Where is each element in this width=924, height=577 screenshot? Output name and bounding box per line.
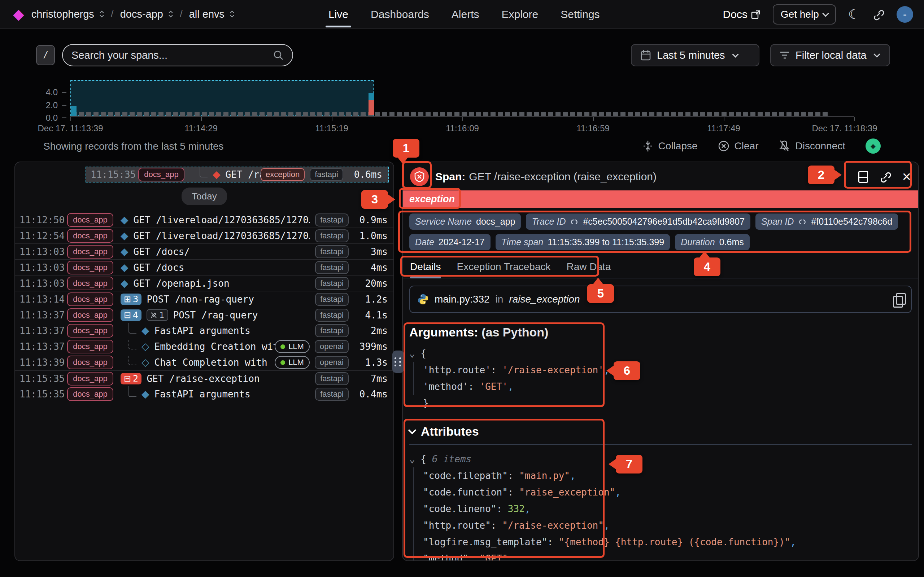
span-row-child[interactable]: 11:13:39 docs_app ◇ Chat Completion with…: [15, 355, 393, 371]
breadcrumb: christophergs / docs-app / all envs: [31, 8, 234, 20]
span-name: GET /docs: [134, 262, 184, 273]
breadcrumb-separator: /: [111, 8, 114, 20]
span-row[interactable]: 11:12:54 docs_app ◆ GET /livereload/1270…: [15, 227, 393, 243]
clear-label: Clear: [735, 140, 759, 152]
span-row[interactable]: 11:13:14 docs_app ⊞3 POST /non-rag-query…: [15, 291, 393, 307]
copy-link-icon[interactable]: [879, 171, 891, 183]
collapse-count-badge[interactable]: ⊟4: [121, 309, 142, 321]
toggle-panel-layout-icon[interactable]: [858, 171, 868, 183]
span-name: GET /docs/: [134, 246, 190, 257]
breadcrumb-separator: /: [180, 8, 183, 20]
service-badge: docs_app: [67, 261, 113, 274]
today-button[interactable]: Today: [181, 187, 227, 205]
search-input[interactable]: [71, 49, 273, 61]
user-avatar[interactable]: -: [897, 6, 913, 23]
row-time: 11:13:14: [19, 294, 62, 305]
select-arrows-icon[interactable]: [99, 10, 104, 18]
copy-icon[interactable]: [893, 293, 904, 305]
select-arrows-icon[interactable]: [168, 10, 173, 18]
attributes-heading-row[interactable]: Attributes: [409, 424, 912, 445]
span-duration: 0.9ms: [349, 214, 388, 226]
close-panel-icon[interactable]: ×: [902, 169, 911, 184]
filter-label: Filter local data: [795, 49, 867, 61]
breadcrumb-project[interactable]: docs-app: [120, 8, 163, 20]
tab-exception-traceback[interactable]: Exception Traceback: [457, 261, 551, 278]
x-tick-label: 11:16:59: [577, 123, 610, 134]
get-help-button[interactable]: Get help: [773, 4, 836, 24]
tab-dashboards[interactable]: Dashboards: [371, 0, 429, 29]
span-activity-chart[interactable]: 4.0 2.0 0.0 Dec 17. 11:13:39 11:14:29 11…: [0, 76, 924, 135]
span-duration: 1.3s: [349, 357, 388, 368]
breadcrumb-org[interactable]: christophergs: [31, 8, 94, 20]
tab-details[interactable]: Details: [410, 261, 441, 278]
expand-count-badge[interactable]: ⊞3: [121, 293, 142, 305]
service-badge: docs_app: [67, 324, 113, 338]
time-range-label: Last 5 minutes: [657, 49, 725, 61]
clear-button[interactable]: Clear: [718, 140, 759, 152]
disconnect-label: Disconnect: [795, 140, 845, 152]
tree-connector: [129, 323, 136, 334]
logfire-logo-icon[interactable]: ◆: [13, 7, 24, 21]
attributes-section: Attributes ⌄ { 6 items "code.filepath": …: [409, 424, 912, 561]
span-diamond-icon: ◆: [142, 389, 149, 399]
service-badge: docs_app: [67, 308, 113, 322]
tab-settings[interactable]: Settings: [561, 0, 599, 29]
source-file[interactable]: main.py:332: [435, 293, 490, 305]
tab-alerts[interactable]: Alerts: [452, 0, 479, 29]
tab-live[interactable]: Live: [328, 0, 348, 29]
x-tick-label: Dec 17. 11:18:39: [812, 123, 877, 134]
exception-badge: exception: [261, 168, 305, 181]
disconnect-button[interactable]: Disconnect: [779, 140, 845, 152]
framework-badge: fastapi: [310, 168, 343, 181]
span-diamond-icon: ◆: [142, 326, 149, 336]
docs-link[interactable]: Docs: [723, 8, 761, 21]
theme-toggle-moon-icon[interactable]: ☾: [848, 7, 860, 22]
plus-square-icon: ⊞: [124, 294, 131, 305]
span-row-child[interactable]: 11:13:37 docs_app ◇ Embedding Creation w…: [15, 338, 393, 355]
meta-trace-id[interactable]: Trace ID #c5ec5005042796e91d5db42ca9fd98…: [526, 213, 750, 230]
span-error-diamond-icon: ◆: [213, 169, 221, 180]
share-link-icon[interactable]: [872, 8, 884, 21]
arguments-heading-suffix: (as Python): [481, 325, 548, 339]
collapse-caret-icon[interactable]: ⌄: [409, 454, 420, 464]
attributes-code: ⌄ { 6 items "code.filepath": "main.py", …: [409, 451, 912, 561]
span-diamond-icon: ◆: [121, 247, 129, 257]
span-diamond-icon: ◆: [121, 231, 129, 241]
span-name: GET /raise-exception: [147, 373, 260, 384]
meta-span-id[interactable]: Span ID #f0110e542c798c6d: [756, 213, 898, 230]
collapse-button[interactable]: Collapse: [643, 140, 698, 152]
span-row-child[interactable]: 11:13:37 docs_app ◆ FastAPI arguments fa…: [15, 323, 393, 338]
scrubbed-count-badge[interactable]: 1: [147, 309, 168, 321]
collapse-count-badge-error[interactable]: ⊟2: [121, 373, 142, 384]
span-row-selected[interactable]: 11:15:35 docs_app ◆ GET /raise-exception…: [86, 167, 389, 182]
span-duration: 3ms: [349, 246, 388, 257]
meta-service-name: Service Namedocs_app: [409, 213, 521, 230]
time-range-button[interactable]: Last 5 minutes: [631, 44, 759, 66]
row-time: 11:13:37: [19, 310, 62, 321]
breadcrumb-env[interactable]: all envs: [189, 8, 225, 20]
live-actions: Collapse Clear Disconnect ◆: [643, 139, 881, 154]
x-tick-label: 11:17:49: [707, 123, 740, 134]
span-row[interactable]: 11:13:03 docs_app ◆ GET /docs fastapi 4m…: [15, 259, 393, 275]
link-icon: [570, 218, 578, 226]
chevron-down-icon: [408, 426, 417, 434]
span-row-child[interactable]: 11:15:35 docs_app ◆ FastAPI arguments fa…: [15, 386, 393, 402]
span-row[interactable]: 11:15:35 docs_app ⊟2 GET /raise-exceptio…: [15, 371, 393, 386]
span-row[interactable]: 11:13:03 docs_app ◆ GET /openapi.json fa…: [15, 275, 393, 291]
tab-raw-data[interactable]: Raw Data: [567, 261, 611, 278]
y-tick-label: 0.0: [32, 113, 58, 123]
span-row[interactable]: 11:13:37 docs_app ⊟4 1 POST /rag-query f…: [15, 307, 393, 323]
minus-square-icon: ⊟: [124, 310, 131, 320]
panel-resize-handle[interactable]: [393, 351, 404, 373]
chart-selection-window[interactable]: [70, 80, 373, 116]
live-status-indicator[interactable]: ◆: [866, 139, 881, 154]
span-row[interactable]: 11:12:50 docs_app ◆ GET /livereload/1270…: [15, 212, 393, 227]
select-arrows-icon[interactable]: [229, 10, 234, 18]
tab-explore[interactable]: Explore: [502, 0, 538, 29]
filter-local-data-button[interactable]: Filter local data: [770, 44, 890, 66]
row-time: 11:15:35: [19, 373, 62, 384]
span-row[interactable]: 11:13:03 docs_app ◆ GET /docs/ fastapi 3…: [15, 243, 393, 259]
chart-baseline-bars: [72, 112, 830, 116]
collapse-caret-icon[interactable]: ⌄: [409, 348, 420, 359]
top-nav: ◆ christophergs / docs-app / all envs Li…: [0, 0, 924, 29]
